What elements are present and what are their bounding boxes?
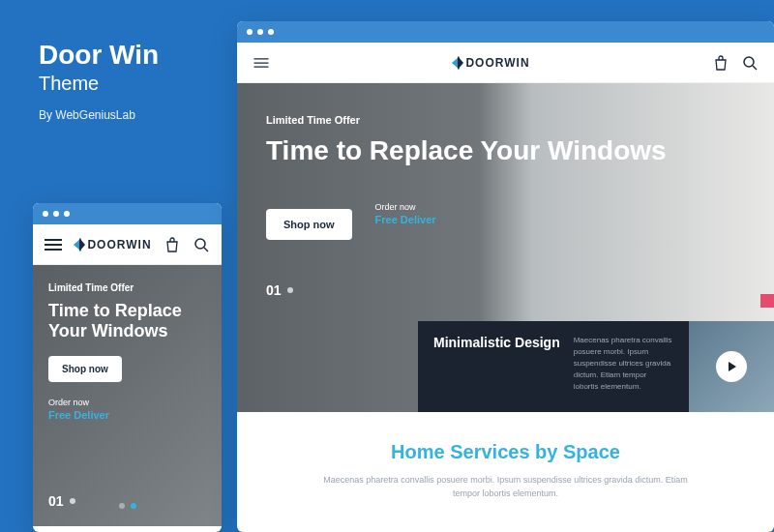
counter-dot bbox=[287, 287, 293, 293]
pagination-dot-active[interactable] bbox=[131, 503, 136, 509]
counter-dot bbox=[70, 498, 75, 504]
menu-icon[interactable] bbox=[45, 236, 62, 253]
svg-point-1 bbox=[744, 57, 754, 67]
slide-number: 01 bbox=[266, 282, 282, 298]
section-desc: Maecenas pharetra convallis posuere morb… bbox=[322, 473, 690, 501]
side-tab-icon[interactable] bbox=[760, 294, 774, 308]
deliver-label: Free Deliver bbox=[375, 214, 436, 225]
brand-name: DOORWIN bbox=[465, 56, 529, 70]
chrome-dot bbox=[268, 29, 274, 35]
logo-mark-icon bbox=[74, 238, 81, 251]
feature-title: Minimalistic Design bbox=[433, 335, 560, 399]
cta-row: Shop now Order now Free Deliver bbox=[266, 188, 745, 240]
section-title-a: Home Services by bbox=[391, 441, 563, 462]
theme-byline: By WebGeniusLab bbox=[39, 108, 159, 122]
hero-section: Limited Time Offer Time to Replace Your … bbox=[33, 265, 222, 526]
mobile-preview: DOORWIN Limited Time Offer Time to Repla… bbox=[33, 203, 222, 532]
feature-strip: Minimalistic Design Maecenas pharetra co… bbox=[418, 321, 774, 412]
order-label: Order now bbox=[48, 398, 206, 407]
hero-title: Time to Replace Your Windows bbox=[48, 301, 206, 340]
section-title: Home Services by Space bbox=[276, 441, 735, 463]
shop-now-button[interactable]: Shop now bbox=[48, 356, 122, 382]
play-icon[interactable] bbox=[716, 351, 747, 382]
theme-info: Door Win Theme By WebGeniusLab bbox=[39, 41, 159, 122]
home-services-section: Home Services by Space Maecenas pharetra… bbox=[237, 412, 774, 530]
pagination-dot[interactable] bbox=[119, 503, 125, 509]
offer-label: Limited Time Offer bbox=[48, 282, 206, 293]
order-group: Order now Free Deliver bbox=[375, 202, 436, 225]
search-icon[interactable] bbox=[741, 54, 759, 72]
brand-logo[interactable]: DOORWIN bbox=[74, 238, 151, 251]
hero-section: Limited Time Offer Time to Replace Your … bbox=[237, 83, 774, 412]
menu-icon[interactable] bbox=[253, 54, 270, 72]
window-chrome bbox=[237, 21, 774, 43]
brand-logo[interactable]: DOORWIN bbox=[452, 56, 529, 70]
site-header: DOORWIN bbox=[237, 43, 774, 83]
shop-now-button[interactable]: Shop now bbox=[266, 209, 352, 240]
chrome-dot bbox=[257, 29, 263, 35]
order-label: Order now bbox=[375, 202, 436, 212]
header-actions bbox=[712, 54, 759, 72]
desktop-preview: DOORWIN Limited Time Offer Time to Repla… bbox=[237, 21, 774, 532]
bag-icon[interactable] bbox=[164, 236, 181, 253]
feature-card[interactable]: Minimalistic Design Maecenas pharetra co… bbox=[418, 321, 689, 412]
slider-pagination bbox=[119, 503, 136, 509]
chrome-dot bbox=[53, 211, 59, 217]
theme-title: Door Win bbox=[39, 41, 159, 71]
chrome-dot bbox=[247, 29, 253, 35]
section-title-b: Space bbox=[563, 441, 620, 462]
feature-desc: Maecenas pharetra convallis posuere morb… bbox=[574, 335, 673, 399]
chrome-dot bbox=[43, 211, 48, 217]
slide-number: 01 bbox=[48, 493, 64, 509]
theme-subtitle: Theme bbox=[39, 73, 159, 95]
bag-icon[interactable] bbox=[712, 54, 729, 72]
search-icon[interactable] bbox=[193, 236, 210, 253]
deliver-label: Free Deliver bbox=[48, 409, 206, 421]
feature-video-thumb[interactable] bbox=[689, 321, 774, 412]
slide-counter: 01 bbox=[48, 493, 75, 509]
logo-mark-icon bbox=[452, 56, 460, 70]
header-actions bbox=[164, 236, 210, 253]
hero-title: Time to Replace Your Windows bbox=[266, 135, 745, 166]
site-header: DOORWIN bbox=[33, 224, 222, 265]
svg-point-0 bbox=[195, 239, 205, 249]
slide-counter: 01 bbox=[266, 282, 745, 298]
chrome-dot bbox=[64, 211, 70, 217]
brand-name: DOORWIN bbox=[87, 238, 151, 251]
window-chrome bbox=[33, 203, 222, 224]
offer-label: Limited Time Offer bbox=[266, 114, 745, 126]
